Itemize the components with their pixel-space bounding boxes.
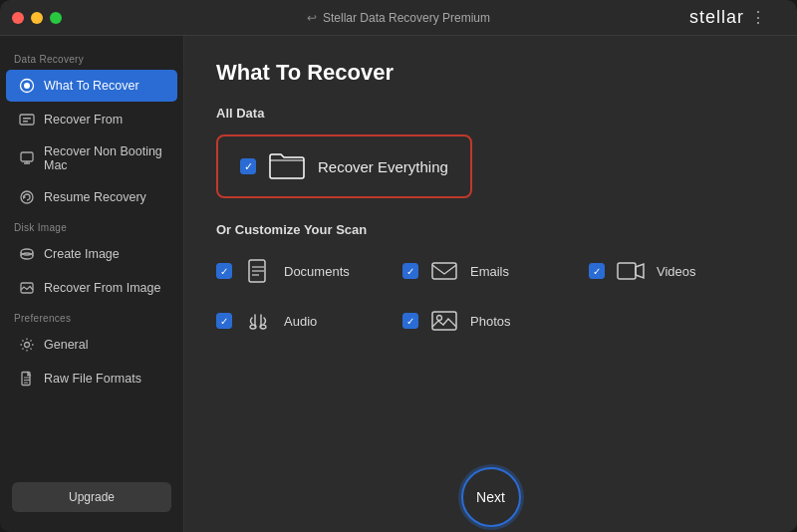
recover-everything-checkbox[interactable]: ✓ bbox=[240, 158, 256, 174]
sidebar-item-recover-from[interactable]: Recover From bbox=[6, 104, 177, 135]
checkbox-check-icon: ✓ bbox=[220, 266, 228, 277]
checkbox-check-icon: ✓ bbox=[244, 160, 253, 173]
app-title: Stellar Data Recovery Premium bbox=[323, 11, 490, 25]
recover-everything-card[interactable]: ✓ Recover Everything bbox=[216, 134, 472, 198]
sidebar-item-label: What To Recover bbox=[44, 79, 139, 93]
next-button[interactable]: Next bbox=[461, 467, 521, 527]
checkbox-check-icon: ✓ bbox=[220, 316, 228, 327]
recover-from-icon bbox=[18, 111, 36, 129]
sidebar-item-recover-non-booting[interactable]: Recover Non Booting Mac bbox=[6, 137, 177, 179]
sidebar-section-disk-image: Disk Image bbox=[0, 214, 183, 237]
sidebar-item-label: Create Image bbox=[44, 247, 120, 261]
sidebar-item-recover-from-image[interactable]: Recover From Image bbox=[6, 272, 177, 304]
back-icon: ↩ bbox=[307, 11, 317, 25]
audio-label: Audio bbox=[284, 314, 317, 329]
close-button[interactable] bbox=[12, 12, 24, 24]
sidebar-item-label: Recover From Image bbox=[44, 281, 160, 295]
scan-option-documents[interactable]: ✓ Documents bbox=[216, 255, 393, 287]
emails-checkbox[interactable]: ✓ bbox=[402, 263, 418, 279]
emails-icon bbox=[428, 255, 460, 287]
svg-rect-2 bbox=[20, 115, 34, 125]
sidebar-item-label: Raw File Formats bbox=[44, 372, 141, 386]
audio-checkbox[interactable]: ✓ bbox=[216, 313, 232, 329]
scan-option-emails[interactable]: ✓ Emails bbox=[402, 255, 579, 287]
svg-point-15 bbox=[25, 343, 30, 348]
scan-option-audio[interactable]: ✓ Audio bbox=[216, 305, 393, 337]
sidebar-item-label: Resume Recovery bbox=[44, 190, 146, 204]
raw-file-formats-icon bbox=[18, 370, 36, 388]
emails-label: Emails bbox=[470, 264, 509, 279]
checkbox-check-icon: ✓ bbox=[406, 266, 414, 277]
videos-checkbox[interactable]: ✓ bbox=[589, 263, 605, 279]
sidebar-item-create-image[interactable]: Create Image bbox=[6, 238, 177, 270]
main-content: What To Recover All Data ✓ Recover Every… bbox=[184, 36, 797, 532]
sidebar: Data Recovery What To Recover Recover Fr… bbox=[0, 36, 184, 532]
recover-from-image-icon bbox=[18, 279, 36, 297]
svg-rect-28 bbox=[432, 312, 456, 330]
audio-icon bbox=[242, 305, 274, 337]
sidebar-item-label: General bbox=[44, 338, 88, 352]
photos-checkbox[interactable]: ✓ bbox=[402, 313, 418, 329]
checkbox-check-icon: ✓ bbox=[406, 316, 414, 327]
brand: stellar ⋮ bbox=[689, 7, 767, 28]
titlebar-title: ↩ Stellar Data Recovery Premium bbox=[307, 11, 490, 25]
upgrade-button[interactable]: Upgrade bbox=[12, 482, 171, 512]
menu-icon[interactable]: ⋮ bbox=[750, 8, 767, 27]
folder-icon bbox=[268, 150, 306, 182]
sidebar-item-what-to-recover[interactable]: What To Recover bbox=[6, 70, 177, 102]
sidebar-item-resume-recovery[interactable]: Resume Recovery bbox=[6, 181, 177, 213]
svg-rect-24 bbox=[432, 263, 456, 279]
svg-rect-5 bbox=[21, 152, 33, 161]
bottom-bar: Next bbox=[184, 462, 797, 532]
upgrade-section: Upgrade bbox=[12, 482, 171, 512]
recover-everything-label: Recover Everything bbox=[318, 158, 448, 175]
photos-label: Photos bbox=[470, 314, 510, 329]
svg-point-29 bbox=[437, 316, 442, 321]
create-image-icon bbox=[18, 245, 36, 263]
svg-point-13 bbox=[21, 249, 33, 255]
videos-icon bbox=[615, 255, 647, 287]
sidebar-item-label: Recover Non Booting Mac bbox=[44, 144, 165, 172]
all-data-label: All Data bbox=[216, 106, 765, 121]
titlebar: ↩ Stellar Data Recovery Premium stellar … bbox=[0, 0, 797, 36]
minimize-button[interactable] bbox=[31, 12, 43, 24]
scan-option-photos[interactable]: ✓ Photos bbox=[402, 305, 579, 337]
sidebar-section-preferences: Preferences bbox=[0, 305, 183, 328]
sidebar-section-data-recovery: Data Recovery bbox=[0, 46, 183, 69]
svg-rect-3 bbox=[23, 118, 31, 120]
documents-label: Documents bbox=[284, 264, 350, 279]
svg-rect-25 bbox=[618, 263, 636, 279]
traffic-lights bbox=[12, 12, 62, 24]
what-to-recover-icon bbox=[18, 77, 36, 95]
general-icon bbox=[18, 336, 36, 354]
documents-icon bbox=[242, 255, 274, 287]
videos-label: Videos bbox=[657, 264, 696, 279]
page-title: What To Recover bbox=[216, 60, 765, 86]
svg-point-1 bbox=[24, 83, 30, 89]
recover-non-booting-icon bbox=[18, 149, 36, 167]
resume-recovery-icon bbox=[18, 188, 36, 206]
documents-checkbox[interactable]: ✓ bbox=[216, 263, 232, 279]
customize-scan-label: Or Customize Your Scan bbox=[216, 222, 765, 237]
scan-options-grid: ✓ Documents ✓ bbox=[216, 255, 765, 337]
checkbox-check-icon: ✓ bbox=[593, 266, 601, 277]
sidebar-item-general[interactable]: General bbox=[6, 329, 177, 361]
brand-name: stellar bbox=[689, 7, 744, 28]
scan-option-videos[interactable]: ✓ Videos bbox=[589, 255, 765, 287]
sidebar-item-label: Recover From bbox=[44, 113, 123, 127]
photos-icon bbox=[428, 305, 460, 337]
sidebar-item-raw-file-formats[interactable]: Raw File Formats bbox=[6, 363, 177, 395]
svg-point-8 bbox=[21, 191, 33, 203]
svg-rect-4 bbox=[23, 121, 28, 123]
maximize-button[interactable] bbox=[50, 12, 62, 24]
